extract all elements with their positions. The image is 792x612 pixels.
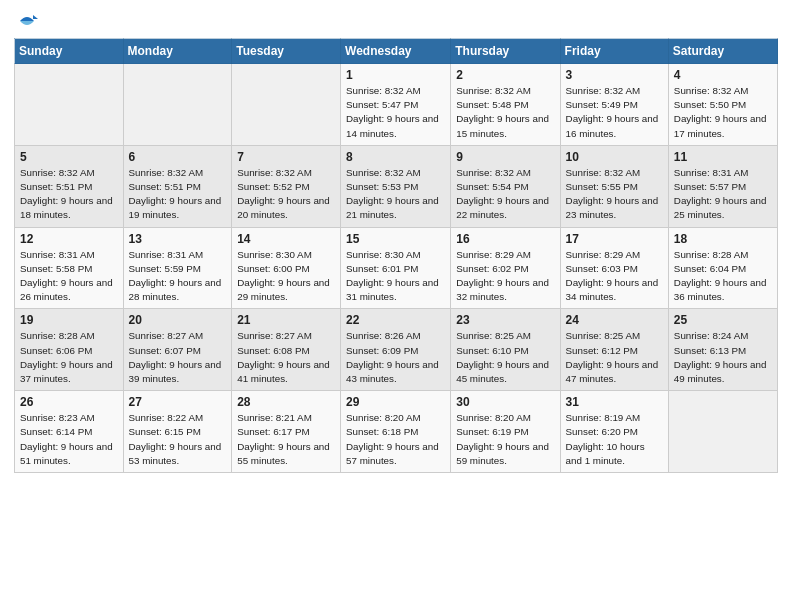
logo-icon <box>16 10 38 32</box>
day-of-week-header: Tuesday <box>232 39 341 64</box>
day-number: 27 <box>129 395 227 409</box>
day-number: 5 <box>20 150 118 164</box>
day-of-week-header: Friday <box>560 39 668 64</box>
day-info: Sunrise: 8:30 AMSunset: 6:00 PMDaylight:… <box>237 248 335 305</box>
logo <box>14 10 40 32</box>
header <box>14 10 778 32</box>
calendar-table: SundayMondayTuesdayWednesdayThursdayFrid… <box>14 38 778 473</box>
calendar-cell: 2Sunrise: 8:32 AMSunset: 5:48 PMDaylight… <box>451 64 560 146</box>
day-info: Sunrise: 8:32 AMSunset: 5:55 PMDaylight:… <box>566 166 663 223</box>
day-info: Sunrise: 8:20 AMSunset: 6:18 PMDaylight:… <box>346 411 445 468</box>
day-number: 13 <box>129 232 227 246</box>
page: SundayMondayTuesdayWednesdayThursdayFrid… <box>0 0 792 612</box>
day-number: 11 <box>674 150 772 164</box>
day-info: Sunrise: 8:31 AMSunset: 5:57 PMDaylight:… <box>674 166 772 223</box>
day-number: 7 <box>237 150 335 164</box>
day-number: 23 <box>456 313 554 327</box>
calendar-cell: 12Sunrise: 8:31 AMSunset: 5:58 PMDayligh… <box>15 227 124 309</box>
calendar-cell: 10Sunrise: 8:32 AMSunset: 5:55 PMDayligh… <box>560 145 668 227</box>
day-info: Sunrise: 8:28 AMSunset: 6:04 PMDaylight:… <box>674 248 772 305</box>
calendar-cell: 14Sunrise: 8:30 AMSunset: 6:00 PMDayligh… <box>232 227 341 309</box>
day-info: Sunrise: 8:32 AMSunset: 5:54 PMDaylight:… <box>456 166 554 223</box>
day-info: Sunrise: 8:32 AMSunset: 5:48 PMDaylight:… <box>456 84 554 141</box>
day-info: Sunrise: 8:31 AMSunset: 5:58 PMDaylight:… <box>20 248 118 305</box>
day-info: Sunrise: 8:21 AMSunset: 6:17 PMDaylight:… <box>237 411 335 468</box>
day-info: Sunrise: 8:29 AMSunset: 6:03 PMDaylight:… <box>566 248 663 305</box>
day-number: 15 <box>346 232 445 246</box>
week-row: 19Sunrise: 8:28 AMSunset: 6:06 PMDayligh… <box>15 309 778 391</box>
day-number: 2 <box>456 68 554 82</box>
calendar-cell: 9Sunrise: 8:32 AMSunset: 5:54 PMDaylight… <box>451 145 560 227</box>
day-number: 8 <box>346 150 445 164</box>
calendar-cell: 21Sunrise: 8:27 AMSunset: 6:08 PMDayligh… <box>232 309 341 391</box>
calendar-cell: 17Sunrise: 8:29 AMSunset: 6:03 PMDayligh… <box>560 227 668 309</box>
calendar-cell: 3Sunrise: 8:32 AMSunset: 5:49 PMDaylight… <box>560 64 668 146</box>
day-number: 21 <box>237 313 335 327</box>
calendar-cell: 25Sunrise: 8:24 AMSunset: 6:13 PMDayligh… <box>668 309 777 391</box>
day-info: Sunrise: 8:32 AMSunset: 5:53 PMDaylight:… <box>346 166 445 223</box>
calendar-cell: 24Sunrise: 8:25 AMSunset: 6:12 PMDayligh… <box>560 309 668 391</box>
calendar-cell: 20Sunrise: 8:27 AMSunset: 6:07 PMDayligh… <box>123 309 232 391</box>
day-of-week-header: Thursday <box>451 39 560 64</box>
calendar-cell: 16Sunrise: 8:29 AMSunset: 6:02 PMDayligh… <box>451 227 560 309</box>
calendar-header: SundayMondayTuesdayWednesdayThursdayFrid… <box>15 39 778 64</box>
day-info: Sunrise: 8:19 AMSunset: 6:20 PMDaylight:… <box>566 411 663 468</box>
day-number: 4 <box>674 68 772 82</box>
day-number: 9 <box>456 150 554 164</box>
calendar-cell: 31Sunrise: 8:19 AMSunset: 6:20 PMDayligh… <box>560 391 668 473</box>
calendar-cell: 11Sunrise: 8:31 AMSunset: 5:57 PMDayligh… <box>668 145 777 227</box>
day-of-week-header: Sunday <box>15 39 124 64</box>
day-number: 31 <box>566 395 663 409</box>
day-of-week-header: Monday <box>123 39 232 64</box>
day-info: Sunrise: 8:32 AMSunset: 5:50 PMDaylight:… <box>674 84 772 141</box>
day-number: 12 <box>20 232 118 246</box>
day-info: Sunrise: 8:26 AMSunset: 6:09 PMDaylight:… <box>346 329 445 386</box>
day-number: 16 <box>456 232 554 246</box>
day-number: 20 <box>129 313 227 327</box>
day-number: 6 <box>129 150 227 164</box>
calendar-cell: 15Sunrise: 8:30 AMSunset: 6:01 PMDayligh… <box>341 227 451 309</box>
calendar-cell <box>232 64 341 146</box>
day-info: Sunrise: 8:27 AMSunset: 6:07 PMDaylight:… <box>129 329 227 386</box>
day-info: Sunrise: 8:30 AMSunset: 6:01 PMDaylight:… <box>346 248 445 305</box>
calendar-cell: 5Sunrise: 8:32 AMSunset: 5:51 PMDaylight… <box>15 145 124 227</box>
calendar-cell: 6Sunrise: 8:32 AMSunset: 5:51 PMDaylight… <box>123 145 232 227</box>
calendar-cell: 22Sunrise: 8:26 AMSunset: 6:09 PMDayligh… <box>341 309 451 391</box>
calendar-cell: 28Sunrise: 8:21 AMSunset: 6:17 PMDayligh… <box>232 391 341 473</box>
calendar-cell: 26Sunrise: 8:23 AMSunset: 6:14 PMDayligh… <box>15 391 124 473</box>
day-info: Sunrise: 8:32 AMSunset: 5:51 PMDaylight:… <box>20 166 118 223</box>
week-row: 26Sunrise: 8:23 AMSunset: 6:14 PMDayligh… <box>15 391 778 473</box>
day-info: Sunrise: 8:24 AMSunset: 6:13 PMDaylight:… <box>674 329 772 386</box>
day-of-week-header: Saturday <box>668 39 777 64</box>
day-number: 28 <box>237 395 335 409</box>
day-number: 24 <box>566 313 663 327</box>
day-number: 29 <box>346 395 445 409</box>
day-number: 18 <box>674 232 772 246</box>
day-number: 17 <box>566 232 663 246</box>
calendar-cell: 18Sunrise: 8:28 AMSunset: 6:04 PMDayligh… <box>668 227 777 309</box>
day-info: Sunrise: 8:29 AMSunset: 6:02 PMDaylight:… <box>456 248 554 305</box>
day-info: Sunrise: 8:28 AMSunset: 6:06 PMDaylight:… <box>20 329 118 386</box>
calendar-cell: 8Sunrise: 8:32 AMSunset: 5:53 PMDaylight… <box>341 145 451 227</box>
calendar-cell: 30Sunrise: 8:20 AMSunset: 6:19 PMDayligh… <box>451 391 560 473</box>
day-number: 1 <box>346 68 445 82</box>
day-info: Sunrise: 8:32 AMSunset: 5:51 PMDaylight:… <box>129 166 227 223</box>
day-info: Sunrise: 8:31 AMSunset: 5:59 PMDaylight:… <box>129 248 227 305</box>
day-info: Sunrise: 8:20 AMSunset: 6:19 PMDaylight:… <box>456 411 554 468</box>
day-info: Sunrise: 8:32 AMSunset: 5:47 PMDaylight:… <box>346 84 445 141</box>
calendar-cell: 7Sunrise: 8:32 AMSunset: 5:52 PMDaylight… <box>232 145 341 227</box>
day-number: 30 <box>456 395 554 409</box>
day-info: Sunrise: 8:22 AMSunset: 6:15 PMDaylight:… <box>129 411 227 468</box>
day-of-week-header: Wednesday <box>341 39 451 64</box>
calendar-cell: 4Sunrise: 8:32 AMSunset: 5:50 PMDaylight… <box>668 64 777 146</box>
calendar-cell: 23Sunrise: 8:25 AMSunset: 6:10 PMDayligh… <box>451 309 560 391</box>
calendar-cell: 27Sunrise: 8:22 AMSunset: 6:15 PMDayligh… <box>123 391 232 473</box>
calendar-cell: 19Sunrise: 8:28 AMSunset: 6:06 PMDayligh… <box>15 309 124 391</box>
days-of-week-row: SundayMondayTuesdayWednesdayThursdayFrid… <box>15 39 778 64</box>
calendar-cell <box>15 64 124 146</box>
calendar-cell: 1Sunrise: 8:32 AMSunset: 5:47 PMDaylight… <box>341 64 451 146</box>
day-info: Sunrise: 8:23 AMSunset: 6:14 PMDaylight:… <box>20 411 118 468</box>
day-number: 22 <box>346 313 445 327</box>
day-info: Sunrise: 8:25 AMSunset: 6:12 PMDaylight:… <box>566 329 663 386</box>
calendar-body: 1Sunrise: 8:32 AMSunset: 5:47 PMDaylight… <box>15 64 778 473</box>
